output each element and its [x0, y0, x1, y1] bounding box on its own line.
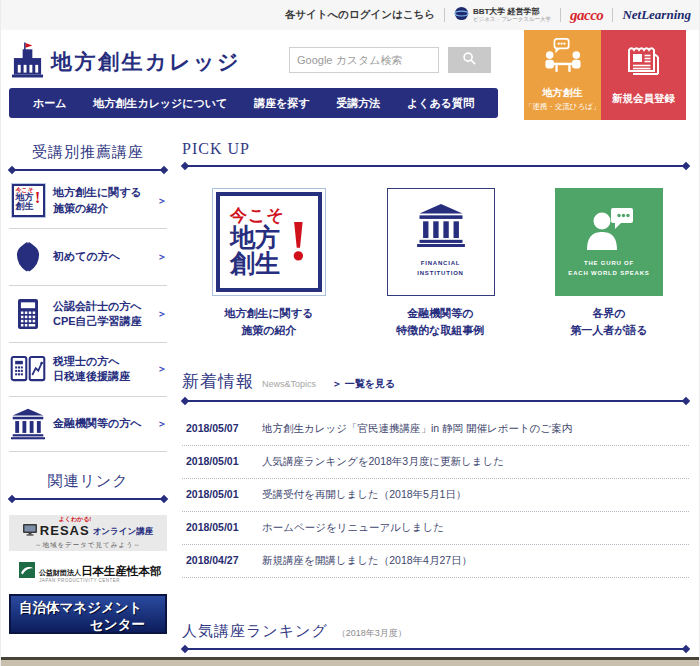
sidebar-item-label: 地方創生に関する 施策の紹介	[53, 185, 151, 216]
news-row[interactable]: 2018/05/07 地方創生カレッジ「官民連携講座」in 静岡 開催レポートの…	[182, 413, 689, 446]
news-text: ホームページをリニューアルしました	[262, 521, 444, 535]
jpc-banner[interactable]: 公益財団法人日本生産性本部 JAPAN PRODUCTIVITY CENTER	[9, 559, 167, 586]
hiroba-button[interactable]: 地方創生 「連携・交流ひろば」	[524, 30, 601, 120]
resas-suffix: オンライン講座	[93, 527, 154, 536]
hiroba-label-line1: 地方創生	[543, 86, 583, 100]
speaker-person-icon	[581, 206, 637, 254]
pickup-title: PICK UP	[182, 140, 689, 158]
chevron-right-icon: ＞	[157, 250, 167, 264]
news-subtitle: News&Topics	[262, 379, 316, 389]
window-frame-bottom	[1, 657, 699, 666]
diamond-rule	[9, 496, 167, 502]
netlearning-logo[interactable]: NetLearning	[622, 7, 691, 23]
sidebar-item-financial[interactable]: 金融機関等の方へ ＞	[9, 397, 167, 452]
chevron-right-icon: ＞	[157, 194, 167, 208]
newspaper-icon	[624, 44, 664, 84]
jmc-label-line1: 自治体マネジメント	[19, 599, 159, 617]
divider	[612, 8, 613, 22]
chevron-right-icon: ＞	[157, 307, 167, 321]
news-date: 2018/04/27	[186, 554, 262, 566]
beginner-mark-icon	[9, 240, 47, 274]
sidebar: 受講別推薦講座 今こそ 地方 創生 ! 地方創生に関する 施策の紹介 ＞	[9, 143, 167, 634]
chevron-right-icon: ＞	[157, 362, 167, 376]
chevron-right-icon: ＞	[157, 417, 167, 431]
resas-brand: RESAS	[40, 524, 90, 537]
site-title: 地方創生カレッジ	[51, 48, 241, 76]
divider	[444, 8, 445, 22]
bbt-title: BBT大学 経営学部	[473, 7, 551, 16]
search-input[interactable]	[289, 47, 439, 73]
sidebar-item-tax-accountant[interactable]: 税理士の方へ 日税連後援講座 ＞	[9, 343, 167, 397]
register-button[interactable]: 新規会員登録	[601, 30, 686, 120]
search-box	[289, 47, 491, 73]
diamond-rule	[182, 398, 689, 404]
hiroba-label-line2: 「連携・交流ひろば」	[525, 102, 601, 112]
nav-about[interactable]: 地方創生カレッジについて	[93, 96, 227, 111]
nav-home[interactable]: ホーム	[33, 96, 67, 111]
bank-icon	[9, 408, 47, 440]
news-more-link[interactable]: ＞ 一覧を見る	[332, 377, 395, 391]
sidebar-item-cpa[interactable]: 公認会計士の方へ CPE自己学習講座 ＞	[9, 286, 167, 343]
pickup-card-policy[interactable]: 今こそ 地方 創生 ! 地方創生に関する 施策の紹介	[212, 188, 326, 338]
diamond-rule	[182, 646, 689, 652]
diamond-rule	[182, 163, 689, 169]
news-row[interactable]: 2018/05/01 受講受付を再開しました（2018年5月1日）	[182, 479, 689, 512]
news-text: 受講受付を再開しました（2018年5月1日）	[262, 488, 466, 502]
pickup-caption: 金融機関等の 特徴的な取組事例	[396, 305, 484, 338]
school-building-icon	[11, 42, 44, 82]
guru-card-label: THE GURU OF EACH WORLD SPEAKS	[568, 259, 649, 278]
jmc-label-line2: センター	[19, 616, 159, 634]
pickup-card-guru[interactable]: THE GURU OF EACH WORLD SPEAKS 各界の 第一人者が語…	[555, 188, 663, 338]
search-icon	[462, 51, 477, 69]
resas-banner[interactable]: よくわかる! RESAS オンライン講座 ～地域をデータで見てみよう～	[9, 515, 167, 551]
gacco-logo[interactable]: gacco	[570, 7, 603, 24]
news-text: 地方創生カレッジ「官民連携講座」in 静岡 開催レポートのご案内	[262, 422, 572, 436]
news-date: 2018/05/07	[186, 422, 262, 434]
people-meeting-icon	[542, 38, 584, 80]
divider	[560, 8, 561, 22]
nav-find-course[interactable]: 講座を探す	[254, 96, 310, 111]
sidebar-item-label: 公認会計士の方へ CPE自己学習講座	[53, 299, 151, 330]
sidebar-item-label: 金融機関等の方へ	[53, 416, 151, 431]
bank-icon	[417, 204, 465, 251]
news-section: 新着情報 News&Topics ＞ 一覧を見る 2018/05/07 地方創生…	[182, 370, 689, 578]
resas-kicker: よくわかる!	[59, 516, 92, 522]
sidebar-item-beginners[interactable]: 初めての方へ ＞	[9, 229, 167, 286]
exclamation-mark: !	[289, 215, 308, 267]
pickup-caption: 地方創生に関する 施策の紹介	[225, 305, 314, 338]
monitor-icon	[23, 523, 37, 539]
top-utility-bar: 各サイトへのログインはこちら BBT大学 経営学部 ビジネス・ブレークスルー大学…	[1, 0, 700, 30]
financial-card-label: FINANCIAL INSTITUTION	[417, 259, 463, 278]
page: 各サイトへのログインはこちら BBT大学 経営学部 ビジネス・ブレークスルー大学…	[0, 0, 700, 666]
register-label: 新規会員登録	[612, 92, 675, 106]
ranking-title: 人気講座ランキング	[182, 622, 328, 641]
jpc-org: 公益財団法人	[39, 569, 81, 576]
nav-how-to-attend[interactable]: 受講方法	[336, 96, 380, 111]
main-content: PICK UP 今こそ 地方 創生 ! 地方創生に関	[182, 140, 689, 666]
bbt-logo[interactable]: BBT大学 経営学部 ビジネス・ブレークスルー大学	[454, 6, 551, 25]
search-button[interactable]	[448, 47, 491, 73]
jpc-subtitle: JAPAN PRODUCTIVITY CENTER	[39, 579, 162, 584]
jmc-banner[interactable]: 自治体マネジメント センター	[9, 594, 167, 634]
news-row[interactable]: 2018/05/01 人気講座ランキングを2018年3月度に更新しました	[182, 446, 689, 479]
news-row[interactable]: 2018/04/27 新規講座を開講しました（2018年4月27日）	[182, 545, 689, 578]
pickup-card-financial[interactable]: FINANCIAL INSTITUTION 金融機関等の 特徴的な取組事例	[387, 188, 495, 338]
site-logo[interactable]: 地方創生カレッジ	[11, 42, 241, 82]
sidebar-item-policy[interactable]: 今こそ 地方 創生 ! 地方創生に関する 施策の紹介 ＞	[9, 173, 167, 229]
nav-faq[interactable]: よくある質問	[407, 96, 474, 111]
login-link[interactable]: 各サイトへのログインはこちら	[285, 8, 435, 22]
sidebar-item-label: 税理士の方へ 日税連後援講座	[53, 354, 151, 385]
bbt-globe-icon	[454, 6, 469, 25]
main-nav: ホーム 地方創生カレッジについて 講座を探す 受講方法 よくある質問	[9, 88, 498, 118]
guru-card-image: THE GURU OF EACH WORLD SPEAKS	[555, 188, 663, 296]
related-links-title: 関連リンク	[9, 472, 167, 491]
news-date: 2018/05/01	[186, 521, 262, 533]
imakoso-stamp-icon: 今こそ 地方 創生 !	[9, 184, 47, 217]
news-text: 人気講座ランキングを2018年3月度に更新しました	[262, 455, 504, 469]
resas-tagline: ～地域をデータで見てみよう～	[35, 541, 141, 550]
imakoso-stamp-image: 今こそ 地方 創生 !	[212, 188, 326, 296]
news-row[interactable]: 2018/05/01 ホームページをリニューアルしました	[182, 512, 689, 545]
ranking-period: （2018年3月度）	[337, 627, 407, 640]
pickup-section: PICK UP 今こそ 地方 創生 ! 地方創生に関	[182, 140, 689, 338]
news-date: 2018/05/01	[186, 455, 262, 467]
